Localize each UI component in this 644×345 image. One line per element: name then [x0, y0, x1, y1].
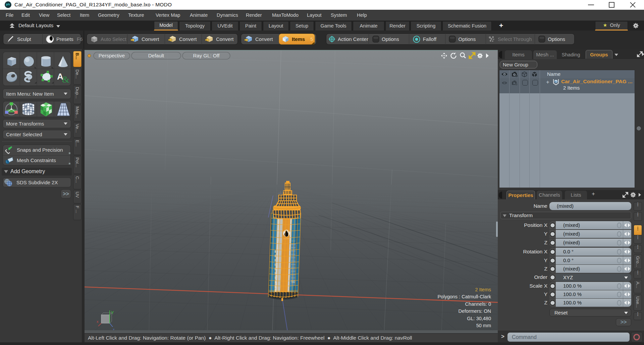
svg-text:Channels: 0: Channels: 0	[465, 301, 491, 307]
svg-text:Y: Y	[111, 310, 114, 315]
svg-text:KALTE#: KALTE#	[284, 238, 289, 240]
svg-text:50 mm: 50 mm	[476, 323, 491, 328]
svg-text:2 Items: 2 Items	[475, 287, 491, 292]
svg-text:Polygons : Catmull-Clark: Polygons : Catmull-Clark	[437, 294, 491, 299]
svg-text:&: &	[62, 74, 69, 85]
svg-text:Ray GL: Off: Ray GL: Off	[193, 53, 220, 58]
svg-text:x: x	[97, 319, 99, 324]
svg-text:Perspective: Perspective	[99, 53, 125, 58]
svg-text:Deformers: ON: Deformers: ON	[459, 308, 491, 314]
svg-text:Default: Default	[148, 53, 164, 58]
svg-text:GL: 30,480: GL: 30,480	[467, 316, 491, 321]
